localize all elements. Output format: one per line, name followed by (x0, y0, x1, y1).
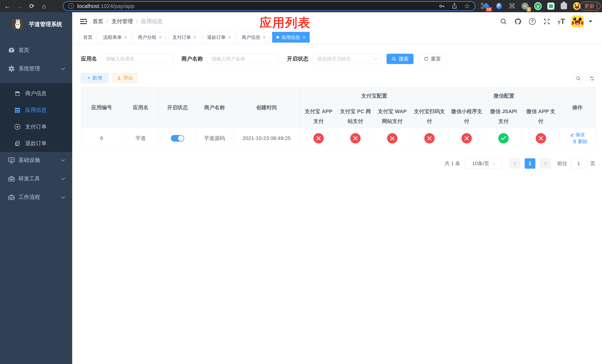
breadcrumb-home[interactable]: 首页 (93, 18, 103, 25)
close-icon[interactable] (263, 35, 266, 40)
github-icon[interactable] (514, 17, 522, 26)
page-number-1[interactable]: 1 (525, 158, 535, 169)
col-alipay-app: 支付宝 APP 支付 (300, 105, 337, 128)
close-icon[interactable] (228, 35, 231, 40)
active-dot-icon (276, 36, 279, 39)
cell-app-id: 6 (81, 128, 122, 149)
toggle-search-button[interactable] (573, 74, 583, 83)
tags-view-bar: 首页 流程表单 用户分组 支付订单 退款订单 商户信息 应用信息 (72, 31, 602, 44)
close-icon[interactable] (124, 35, 127, 40)
download-icon (117, 75, 121, 80)
share-icon[interactable] (452, 3, 457, 9)
browser-back-icon[interactable]: ← (3, 1, 12, 11)
pagination: 共 1 条 10条/页 1 前往 页 (445, 158, 595, 169)
col-wx-jsapi: 微信 JSAPI 支付 (485, 105, 522, 128)
extension-balloon-icon[interactable] (495, 2, 503, 10)
avatar-dropdown-icon[interactable] (589, 20, 592, 22)
sidebar: 芋道管理系统 首页 系统管理 (0, 12, 72, 364)
refresh-icon (590, 76, 594, 81)
search-form: 应用名 商户名称 开启状态 请选择开启状态 搜索 重置 (81, 54, 446, 64)
status-select[interactable]: 请选择开启状态 (313, 54, 381, 64)
bookmark-star-icon[interactable]: ☆ (464, 2, 470, 10)
app-logo (12, 19, 23, 30)
sidebar-item-merchant-info[interactable]: 商户信息 (0, 85, 72, 102)
status-toggle[interactable] (171, 135, 184, 142)
extension-chat-icon[interactable] (547, 2, 555, 10)
tab-user-group[interactable]: 用户分组 (133, 32, 166, 43)
refresh-table-button[interactable] (587, 74, 597, 83)
browser-forward-icon[interactable]: → (15, 1, 24, 11)
close-icon[interactable] (194, 35, 196, 40)
extension-camera-icon[interactable]: 1 (521, 2, 529, 10)
sidebar-item-workflow[interactable]: 工作流程 (0, 188, 72, 206)
help-icon[interactable]: ? (528, 17, 537, 26)
browser-update-button[interactable]: 更新 (580, 2, 601, 11)
page-unit-label: 页 (590, 160, 595, 167)
tab-app-info[interactable]: 应用信息 (272, 32, 310, 43)
goto-page-input[interactable] (570, 158, 587, 169)
cell-status (159, 128, 196, 149)
merchant-name-input[interactable] (207, 54, 279, 64)
app-logo-row[interactable]: 芋道管理系统 (0, 12, 72, 36)
sidebar-item-dev-tools[interactable]: 研发工具 (0, 170, 72, 188)
browser-toolbar: ← → ⟳ ⌂ i localhost:1024/pay/app ☆ 10 ⌘ … (0, 0, 602, 12)
browser-reload-icon[interactable]: ⟳ (27, 1, 37, 11)
sidebar-item-refund-orders[interactable]: 退款订单 (0, 135, 72, 152)
cell-app-name: 芋道 (122, 128, 159, 149)
add-button[interactable]: 新增 (81, 73, 108, 83)
page-size-select[interactable]: 10条/页 (465, 158, 502, 169)
app-name-input[interactable] (101, 54, 173, 64)
chevron-down-icon (61, 66, 65, 70)
breadcrumb-payment[interactable]: 支付管理 (111, 18, 133, 25)
sidebar-item-pay-orders[interactable]: ￥ 支付订单 (0, 118, 72, 135)
sidebar-collapse-icon[interactable] (80, 17, 88, 26)
fullscreen-icon[interactable] (543, 17, 551, 26)
reset-button[interactable]: 重置 (418, 54, 446, 64)
browser-extensions: 10 ⌘ 1 y (483, 2, 580, 10)
extension-y-icon[interactable]: y (534, 2, 542, 10)
browser-address-bar[interactable]: i localhost:1024/pay/app ☆ (63, 1, 475, 11)
table-row: 6 芋道 芋道源码 2021-10-23 08:49:25 (81, 128, 595, 149)
next-page-button[interactable] (540, 158, 550, 169)
sidebar-item-home[interactable]: 首页 (0, 41, 72, 59)
header-search-icon[interactable] (499, 17, 508, 26)
col-alipay-pc: 支付宝 PC 网站支付 (337, 105, 374, 128)
disabled-cross-icon (350, 133, 361, 143)
sidebar-item-app-info[interactable]: 应用信息 (0, 102, 72, 118)
edit-link[interactable]: 修改 (570, 131, 585, 138)
browser-home-icon[interactable]: ⌂ (39, 1, 49, 11)
delete-link[interactable]: 删除 (573, 138, 588, 145)
prev-page-button[interactable] (509, 158, 520, 169)
tab-pay-orders[interactable]: 支付订单 (168, 32, 201, 43)
cell-merchant: 芋道源码 (196, 128, 233, 149)
close-icon[interactable] (303, 35, 305, 40)
close-icon[interactable] (159, 35, 161, 40)
tab-merchant-info[interactable]: 商户信息 (237, 32, 270, 43)
url-text: localhost:1024/pay/app (77, 3, 134, 9)
font-size-icon[interactable]: TT (557, 17, 565, 26)
cell-alipay-qr-status (411, 128, 448, 149)
tab-home[interactable]: 首页 (79, 32, 97, 43)
chevron-down-icon (492, 162, 495, 165)
total-count: 共 1 条 (445, 160, 460, 167)
chevron-left-icon (514, 162, 517, 165)
tab-process-form[interactable]: 流程表单 (99, 32, 131, 43)
sidebar-item-system[interactable]: 系统管理 (0, 60, 72, 78)
disabled-cross-icon (313, 133, 324, 143)
breadcrumb-current: 应用信息 (141, 18, 162, 25)
profile-emoji-icon[interactable] (573, 2, 580, 10)
extensions-puzzle-icon[interactable] (560, 2, 568, 10)
browser-menu-icon[interactable] (596, 3, 598, 9)
user-avatar[interactable] (572, 16, 583, 27)
extension-command-icon[interactable]: ⌘ (508, 2, 516, 10)
password-key-icon[interactable] (439, 3, 445, 9)
goto-label: 前往 (557, 160, 567, 167)
site-info-icon[interactable]: i (68, 3, 74, 9)
disabled-cross-icon (536, 133, 546, 143)
extension-gem-icon[interactable]: 10 (483, 2, 490, 10)
export-button[interactable]: 导出 (112, 73, 138, 83)
sidebar-item-infrastructure[interactable]: 基础设施 (0, 151, 72, 169)
app-title: 芋道管理系统 (29, 21, 62, 28)
tab-refund-orders[interactable]: 退款订单 (203, 32, 235, 43)
search-button[interactable]: 搜索 (387, 54, 414, 64)
